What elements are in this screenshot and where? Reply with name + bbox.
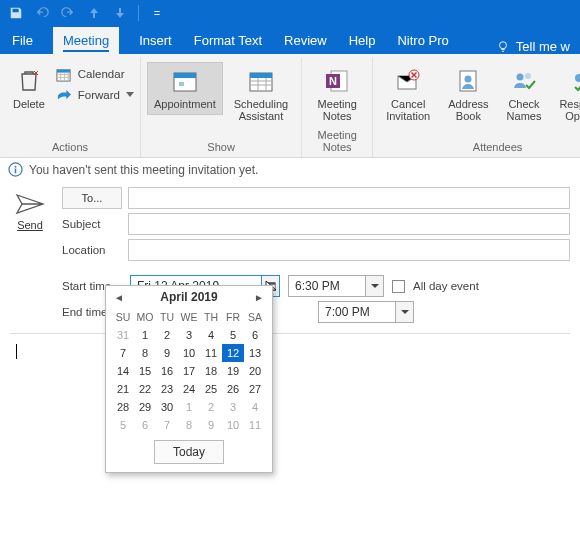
svg-rect-7 (250, 73, 272, 78)
info-icon (8, 162, 23, 177)
svg-rect-21 (15, 169, 17, 174)
datepicker-day-header: TU (156, 308, 178, 326)
prev-month-icon[interactable]: ◄ (112, 292, 126, 303)
datepicker-day[interactable]: 10 (178, 344, 200, 362)
tab-insert[interactable]: Insert (137, 27, 174, 54)
tab-format-text[interactable]: Format Text (192, 27, 264, 54)
datepicker-day[interactable]: 23 (156, 380, 178, 398)
response-options-icon (570, 67, 580, 95)
meeting-notes-button[interactable]: N Meeting Notes (308, 62, 366, 127)
separator (138, 5, 139, 21)
datepicker-day[interactable]: 9 (200, 416, 222, 434)
datepicker-day[interactable]: 28 (112, 398, 134, 416)
tell-me[interactable]: Tell me w (496, 39, 570, 54)
check-names-button[interactable]: Check Names (500, 62, 549, 127)
save-icon[interactable] (4, 1, 28, 25)
message-body[interactable] (10, 333, 570, 533)
datepicker-day[interactable]: 24 (178, 380, 200, 398)
datepicker-day[interactable]: 8 (134, 344, 156, 362)
undo-icon[interactable] (30, 1, 54, 25)
send-icon[interactable] (15, 193, 45, 215)
send-button[interactable]: Send (17, 219, 43, 231)
datepicker-day[interactable]: 25 (200, 380, 222, 398)
datepicker-day[interactable]: 22 (134, 380, 156, 398)
group-show: Appointment Scheduling Assistant Show (141, 58, 302, 157)
datepicker-day-header: SU (112, 308, 134, 326)
datepicker-day[interactable]: 11 (244, 416, 266, 434)
to-button[interactable]: To... (62, 187, 122, 209)
all-day-checkbox[interactable] (392, 280, 405, 293)
datepicker-day[interactable]: 11 (200, 344, 222, 362)
datepicker-day[interactable]: 6 (244, 326, 266, 344)
datepicker-day[interactable]: 18 (200, 362, 222, 380)
delete-button[interactable]: Delete (6, 62, 52, 115)
text-cursor (16, 344, 17, 359)
datepicker-grid: SUMOTUWETHFRSA31123456789101112131415161… (106, 308, 272, 434)
datepicker-day[interactable]: 30 (156, 398, 178, 416)
datepicker-day[interactable]: 19 (222, 362, 244, 380)
datepicker-day[interactable]: 2 (156, 326, 178, 344)
datepicker-day-header: TH (200, 308, 222, 326)
subject-input[interactable] (128, 213, 570, 235)
datepicker-day-header: FR (222, 308, 244, 326)
cancel-invitation-icon (394, 67, 422, 95)
datepicker-day[interactable]: 27 (244, 380, 266, 398)
datepicker-day[interactable]: 3 (178, 326, 200, 344)
datepicker-day[interactable]: 15 (134, 362, 156, 380)
appointment-button[interactable]: Appointment (147, 62, 223, 115)
to-input[interactable] (128, 187, 570, 209)
datepicker-day-header: MO (134, 308, 156, 326)
datepicker-day[interactable]: 16 (156, 362, 178, 380)
tab-file[interactable]: File (10, 27, 35, 54)
datepicker-day[interactable]: 2 (200, 398, 222, 416)
cancel-invitation-button[interactable]: Cancel Invitation (379, 62, 437, 127)
chevron-down-icon[interactable] (365, 276, 383, 296)
datepicker-day[interactable]: 7 (112, 344, 134, 362)
calendar-button[interactable]: Calendar (56, 66, 134, 82)
tab-help[interactable]: Help (347, 27, 378, 54)
address-book-button[interactable]: Address Book (441, 62, 495, 127)
datepicker-day[interactable]: 9 (156, 344, 178, 362)
up-arrow-icon (82, 1, 106, 25)
svg-text:N: N (329, 75, 337, 87)
datepicker-day[interactable]: 21 (112, 380, 134, 398)
location-input[interactable] (128, 239, 570, 261)
datepicker-day-header: WE (178, 308, 200, 326)
datepicker-day[interactable]: 12 (222, 344, 244, 362)
forward-button[interactable]: Forward (56, 87, 134, 103)
datepicker-day[interactable]: 31 (112, 326, 134, 344)
datepicker-day[interactable]: 8 (178, 416, 200, 434)
datepicker-day[interactable]: 6 (134, 416, 156, 434)
datepicker-day[interactable]: 17 (178, 362, 200, 380)
datepicker-day[interactable]: 10 (222, 416, 244, 434)
scheduling-assistant-button[interactable]: Scheduling Assistant (227, 62, 295, 127)
tab-meeting[interactable]: Meeting (53, 27, 119, 54)
today-button[interactable]: Today (154, 440, 224, 464)
datepicker-day[interactable]: 1 (178, 398, 200, 416)
response-options-button[interactable]: Response Options (552, 62, 580, 133)
redo-icon[interactable] (56, 1, 80, 25)
datepicker-day[interactable]: 7 (156, 416, 178, 434)
end-time-combo[interactable]: 7:00 PM (318, 301, 414, 323)
start-time-combo[interactable]: 6:30 PM (288, 275, 384, 297)
svg-point-16 (525, 73, 531, 79)
datepicker-day[interactable]: 4 (200, 326, 222, 344)
next-month-icon[interactable]: ► (252, 292, 266, 303)
datepicker-day[interactable]: 5 (112, 416, 134, 434)
svg-point-17 (575, 74, 580, 82)
datepicker-day[interactable]: 4 (244, 398, 266, 416)
datepicker-day[interactable]: 14 (112, 362, 134, 380)
info-bar: You haven't sent this meeting invitation… (0, 158, 580, 181)
datepicker-day[interactable]: 29 (134, 398, 156, 416)
datepicker-day[interactable]: 20 (244, 362, 266, 380)
tab-review[interactable]: Review (282, 27, 329, 54)
group-actions: Delete Calendar Forward Actions (0, 58, 141, 157)
customize-qat-icon[interactable]: = (145, 1, 169, 25)
tab-nitro-pro[interactable]: Nitro Pro (395, 27, 450, 54)
datepicker-day[interactable]: 3 (222, 398, 244, 416)
datepicker-day[interactable]: 13 (244, 344, 266, 362)
datepicker-day[interactable]: 1 (134, 326, 156, 344)
datepicker-day[interactable]: 5 (222, 326, 244, 344)
chevron-down-icon[interactable] (395, 302, 413, 322)
datepicker-day[interactable]: 26 (222, 380, 244, 398)
